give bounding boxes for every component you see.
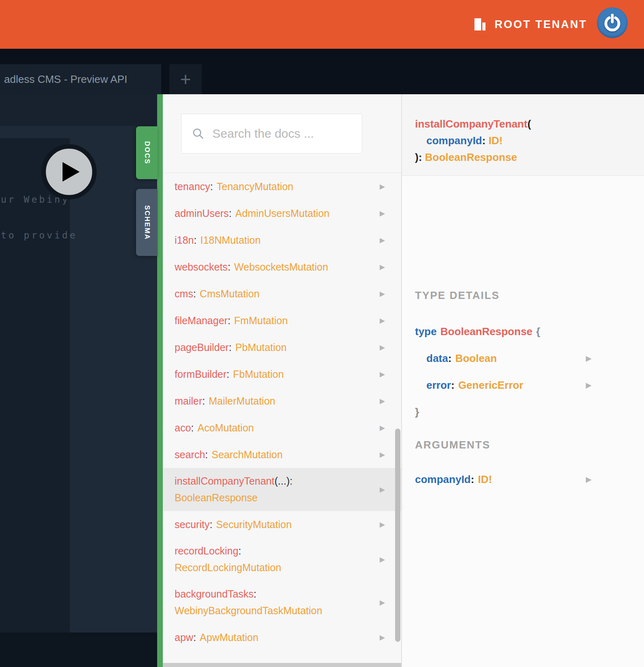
type-name[interactable]: BooleanResponse xyxy=(440,325,532,338)
plus-icon: + xyxy=(180,68,191,90)
field-type[interactable]: Boolean xyxy=(455,352,497,365)
doc-list-item[interactable]: backgroundTasks:WebinyBackgroundTaskMuta… xyxy=(163,581,401,624)
building-icon xyxy=(473,17,487,32)
doc-list-item[interactable]: formBuilder:FbMutation ▶ xyxy=(163,361,401,388)
docs-explorer-panel: tenancy:TenancyMutation ▶ adminUsers:Adm… xyxy=(163,94,401,667)
doc-list-item[interactable]: recordLocking:RecordLockingMutation ▶ xyxy=(163,538,401,581)
chevron-right-icon: ▶ xyxy=(380,210,385,217)
doc-list-item[interactable]: pageBuilder:PbMutation ▶ xyxy=(163,334,401,361)
colon: : xyxy=(448,352,452,365)
signature-arg-name[interactable]: companyId xyxy=(426,134,482,147)
chevron-right-icon: ▶ xyxy=(380,634,385,641)
field-type: CmsMutation xyxy=(200,288,259,299)
doc-list-item[interactable]: adminUsers:AdminUsersMutation ▶ xyxy=(163,200,401,227)
type-field-row[interactable]: data:Boolean ▶ xyxy=(402,345,644,372)
doc-list-item-text: security:SecurityMutation xyxy=(175,518,292,531)
field-suffix: : xyxy=(194,234,197,246)
field-name: formBuilder xyxy=(175,368,227,380)
docs-vertical-scrollbar[interactable] xyxy=(395,429,400,642)
field-name: error xyxy=(426,379,451,392)
docs-search-input[interactable] xyxy=(212,127,369,141)
field-type: SecurityMutation xyxy=(216,519,292,530)
doc-list-item[interactable]: security:SecurityMutation ▶ xyxy=(163,511,401,538)
tenant-label: ROOT TENANT xyxy=(495,18,587,31)
field-name: installCompanyTenant xyxy=(175,475,274,487)
user-avatar[interactable] xyxy=(597,7,628,38)
field-type: TenancyMutation xyxy=(217,181,294,192)
field-detail-panel: installCompanyTenant( companyId: ID! ): … xyxy=(401,94,644,667)
field-suffix: : xyxy=(202,395,205,407)
doc-list-item[interactable]: apw:ApwMutation ▶ xyxy=(163,624,401,651)
variables-pane-strip xyxy=(0,632,157,667)
doc-list-item-text: adminUsers:AdminUsersMutation xyxy=(175,206,329,220)
doc-list-item[interactable]: search:SearchMutation ▶ xyxy=(163,441,401,468)
execute-query-button[interactable] xyxy=(41,144,97,199)
doc-list: tenancy:TenancyMutation ▶ adminUsers:Adm… xyxy=(163,173,401,663)
field-type: AcoMutation xyxy=(197,422,254,433)
argument-name: companyId xyxy=(415,473,471,486)
doc-list-item[interactable]: fileManager:FmMutation ▶ xyxy=(163,307,401,334)
doc-list-item[interactable]: cms:CmsMutation ▶ xyxy=(163,280,401,307)
doc-list-item[interactable]: i18n:I18NMutation ▶ xyxy=(163,227,401,253)
chevron-right-icon: ▶ xyxy=(380,237,385,244)
tab-label: adless CMS - Preview API xyxy=(4,73,127,86)
chevron-right-icon: ▶ xyxy=(380,398,385,405)
field-type: I18NMutation xyxy=(200,234,261,246)
field-type: ApwMutation xyxy=(200,632,259,643)
doc-list-item-text: recordLocking:RecordLockingMutation xyxy=(175,543,373,576)
field-name: aco xyxy=(175,422,191,433)
chevron-right-icon: ▶ xyxy=(380,451,385,458)
field-name: pageBuilder xyxy=(175,342,229,353)
chevron-right-icon: ▶ xyxy=(380,521,385,528)
field-type[interactable]: GenericError xyxy=(458,379,523,392)
argument-type[interactable]: ID! xyxy=(478,473,492,486)
field-type: FbMutation xyxy=(233,368,284,380)
chevron-right-icon: ▶ xyxy=(380,344,385,351)
signature-field-name: installCompanyTenant xyxy=(415,118,527,130)
field-name: data xyxy=(426,352,448,365)
power-logo-icon xyxy=(603,13,622,32)
field-name: mailer xyxy=(175,395,202,407)
field-suffix: : xyxy=(191,422,194,433)
field-suffix: : xyxy=(228,261,231,273)
doc-list-item-text: backgroundTasks:WebinyBackgroundTaskMuta… xyxy=(175,586,373,619)
close-brace: } xyxy=(415,406,419,418)
editor-gutter-panel xyxy=(0,138,70,632)
doc-list-item[interactable]: websockets:WebsocketsMutation ▶ xyxy=(163,253,401,280)
editor-code-line: to provide xyxy=(1,230,77,240)
chevron-right-icon: ▶ xyxy=(380,486,385,493)
doc-list-item[interactable]: aco:AcoMutation ▶ xyxy=(163,414,401,441)
arguments-heading: ARGUMENTS xyxy=(402,439,491,451)
doc-list-item-text: pageBuilder:PbMutation xyxy=(175,340,287,354)
chevron-right-icon: ▶ xyxy=(380,371,385,378)
doc-list-item[interactable]: tenancy:TenancyMutation ▶ xyxy=(163,173,401,200)
field-name: websockets xyxy=(175,261,228,273)
tab-docs[interactable]: DOCS xyxy=(136,126,158,179)
signature-arg-type[interactable]: ID! xyxy=(488,134,503,147)
tenant-selector[interactable]: ROOT TENANT xyxy=(473,0,587,49)
argument-row[interactable]: companyId:ID! ▶ xyxy=(402,466,644,493)
doc-list-item-text: fileManager:FmMutation xyxy=(175,314,288,327)
docs-search-box[interactable] xyxy=(181,114,362,154)
signature-return-type[interactable]: BooleanResponse xyxy=(425,151,517,163)
field-type: RecordLockingMutation xyxy=(175,559,373,576)
tab-schema[interactable]: SCHEMA xyxy=(136,189,158,256)
tab-headless-cms-preview-api[interactable]: adless CMS - Preview API xyxy=(0,64,161,94)
doc-list-item[interactable]: installCompanyTenant(...):BooleanRespons… xyxy=(163,468,401,511)
graphql-playground-screen: ROOT TENANT adless CMS - Preview API + u… xyxy=(0,0,644,667)
chevron-right-icon: ▶ xyxy=(380,424,385,431)
new-tab-button[interactable]: + xyxy=(169,64,202,94)
chevron-right-icon: ▶ xyxy=(586,476,591,483)
doc-list-item-text: installCompanyTenant(...):BooleanRespons… xyxy=(175,473,373,506)
chevron-right-icon: ▶ xyxy=(586,355,591,362)
field-type: BooleanResponse xyxy=(175,489,373,506)
field-suffix: : xyxy=(205,449,208,460)
type-field-row[interactable]: error:GenericError ▶ xyxy=(402,372,644,398)
doc-list-item-text: search:SearchMutation xyxy=(175,448,283,461)
field-signature: installCompanyTenant( companyId: ID! ): … xyxy=(402,94,644,176)
docs-search-area xyxy=(163,94,401,173)
field-type: MailerMutation xyxy=(209,395,275,407)
colon: : xyxy=(471,473,474,486)
field-suffix: : xyxy=(229,208,231,219)
doc-list-item[interactable]: mailer:MailerMutation ▶ xyxy=(163,388,401,414)
